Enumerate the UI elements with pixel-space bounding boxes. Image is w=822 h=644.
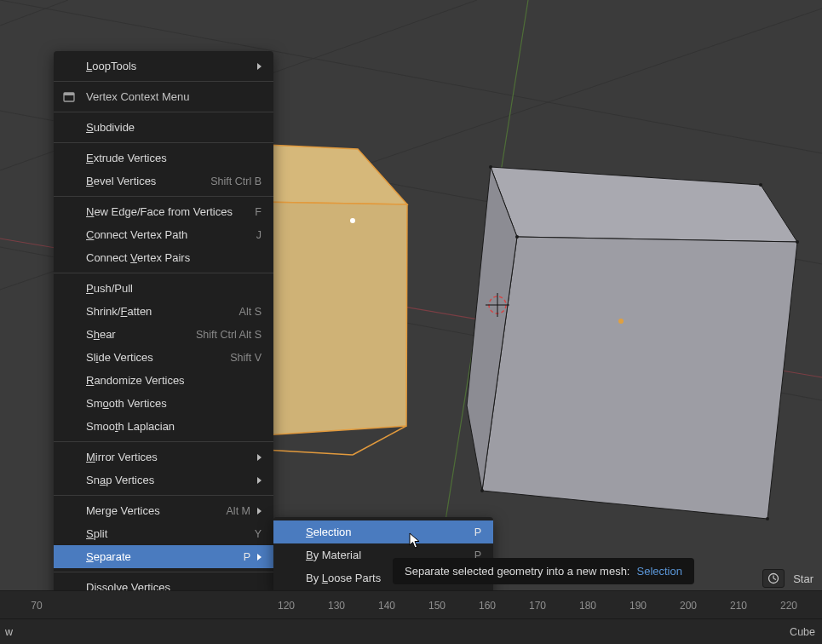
svg-point-15 xyxy=(480,489,484,492)
clock-icon xyxy=(767,572,779,584)
menu-item-shear[interactable]: ShearShift Ctrl Alt S xyxy=(54,323,273,346)
menu-item-bevel-vertices[interactable]: Bevel VerticesShift Ctrl B xyxy=(54,170,273,193)
menu-item-label: Subdivide xyxy=(86,121,262,134)
menu-item-label: Shear xyxy=(86,328,196,341)
svg-line-29 xyxy=(773,578,776,580)
menu-header: Vertex Context Menu xyxy=(54,85,273,108)
context-menu-icon xyxy=(62,90,76,104)
menu-item-label: Connect Vertex Pairs xyxy=(86,251,262,264)
menu-item-label: Slide Vertices xyxy=(86,351,230,364)
timeline-header-right: Star xyxy=(762,566,822,590)
menu-item-split[interactable]: SplitY xyxy=(54,522,273,545)
menu-item-shrink-fatten[interactable]: Shrink/FattenAlt S xyxy=(54,300,273,323)
active-object-name: Cube xyxy=(790,626,815,638)
svg-point-13 xyxy=(515,235,519,239)
menu-item-extrude-vertices[interactable]: Extrude Vertices xyxy=(54,147,273,170)
menu-item-label: Push/Pull xyxy=(86,282,262,295)
menu-item-looptools[interactable]: LoopTools xyxy=(54,55,273,78)
menu-item-connect-vertex-pairs[interactable]: Connect Vertex Pairs xyxy=(54,246,273,269)
menu-item-label: LoopTools xyxy=(86,60,250,72)
menu-item-label: Bevel Vertices xyxy=(86,175,210,187)
statusbar-right: Cube xyxy=(790,626,815,638)
chevron-right-icon xyxy=(257,454,262,461)
svg-marker-8 xyxy=(482,237,797,519)
chevron-right-icon xyxy=(257,477,262,484)
timeline-ruler[interactable]: 70120130140150160170180190200210220 xyxy=(0,590,822,619)
chevron-right-icon xyxy=(257,554,262,561)
menu-item-label: Smooth Laplacian xyxy=(86,420,262,433)
svg-rect-26 xyxy=(64,93,74,95)
menu-item-slide-vertices[interactable]: Slide VerticesShift V xyxy=(54,346,273,369)
timeline-tick: 160 xyxy=(479,600,496,612)
object-origin xyxy=(618,319,624,324)
timeline-tick: 140 xyxy=(378,600,395,612)
menu-item-randomize-vertices[interactable]: Randomize Vertices xyxy=(54,369,273,392)
svg-point-10 xyxy=(489,165,492,169)
menu-item-shortcut: Shift Ctrl Alt S xyxy=(196,329,262,341)
menu-item-label: Randomize Vertices xyxy=(86,374,262,387)
timeline-tick: 220 xyxy=(780,600,797,612)
chevron-right-icon xyxy=(257,508,262,515)
keying-popover-button[interactable] xyxy=(762,569,785,588)
submenu-item-selection[interactable]: SelectionP xyxy=(273,520,493,543)
timeline-label-fragment: Star xyxy=(793,572,813,585)
menu-item-label: Split xyxy=(86,527,255,540)
menu-item-label: Mirror Vertices xyxy=(86,451,250,463)
menu-item-label: New Edge/Face from Vertices xyxy=(86,205,255,218)
statusbar-left: w xyxy=(5,626,13,638)
menu-item-subdivide[interactable]: Subdivide xyxy=(54,116,273,139)
chevron-right-icon xyxy=(257,63,262,70)
menu-item-label: Smooth Vertices xyxy=(86,397,262,410)
menu-item-label: Separate xyxy=(86,550,244,563)
menu-item-push-pull[interactable]: Push/Pull xyxy=(54,277,273,300)
timeline-tick: 120 xyxy=(278,600,295,612)
timeline-tick: 210 xyxy=(730,600,747,612)
mesh-cube-unselected[interactable] xyxy=(467,165,799,520)
menu-item-snap-vertices[interactable]: Snap Vertices xyxy=(54,469,273,492)
menu-item-shortcut: Alt S xyxy=(239,306,262,318)
svg-point-11 xyxy=(759,183,762,187)
menu-item-shortcut: Y xyxy=(255,528,262,540)
timeline-tick: 190 xyxy=(629,600,647,612)
svg-point-12 xyxy=(796,240,799,244)
menu-item-mirror-vertices[interactable]: Mirror Vertices xyxy=(54,446,273,469)
status-bar: w Cube xyxy=(0,619,822,644)
menu-item-separate[interactable]: SeparateP xyxy=(54,545,273,568)
menu-item-merge-vertices[interactable]: Merge VerticesAlt M xyxy=(54,499,273,522)
menu-item-shortcut: P xyxy=(244,551,250,563)
menu-item-smooth-vertices[interactable]: Smooth Vertices xyxy=(54,392,273,415)
timeline-tick: 70 xyxy=(31,600,42,612)
menu-header-label: Vertex Context Menu xyxy=(86,90,262,103)
menu-item-connect-vertex-path[interactable]: Connect Vertex PathJ xyxy=(54,223,273,246)
menu-item-shortcut: J xyxy=(256,229,262,241)
submenu-item-label: Selection xyxy=(306,526,474,538)
submenu-item-shortcut: P xyxy=(474,526,481,538)
menu-item-label: Merge Vertices xyxy=(86,504,227,517)
menu-item-label: Extrude Vertices xyxy=(86,152,262,164)
menu-item-label: Snap Vertices xyxy=(86,474,250,486)
menu-item-new-edge-face-from-vertices[interactable]: New Edge/Face from VerticesF xyxy=(54,200,273,223)
menu-item-label: Connect Vertex Path xyxy=(86,228,256,241)
menu-item-shortcut: Alt M xyxy=(227,505,250,517)
timeline-tick: 170 xyxy=(529,600,546,612)
menu-item-shortcut: F xyxy=(255,206,262,218)
vertex-context-menu[interactable]: LoopToolsVertex Context MenuSubdivideExt… xyxy=(54,51,273,625)
menu-item-shortcut: Shift Ctrl B xyxy=(210,175,262,187)
tooltip-text: Separate selected geometry into a new me… xyxy=(405,565,629,578)
timeline-tick: 180 xyxy=(579,600,596,612)
timeline-tick: 130 xyxy=(328,600,345,612)
menu-item-smooth-laplacian[interactable]: Smooth Laplacian xyxy=(54,415,273,438)
timeline-tick: 150 xyxy=(428,600,445,612)
menu-item-shortcut: Shift V xyxy=(230,352,262,364)
tooltip-link: Selection xyxy=(636,565,681,578)
timeline-tick: 200 xyxy=(680,600,697,612)
tooltip: Separate selected geometry into a new me… xyxy=(393,558,694,584)
menu-item-label: Shrink/Fatten xyxy=(86,305,239,318)
svg-point-21 xyxy=(350,218,355,223)
svg-point-14 xyxy=(766,517,769,520)
